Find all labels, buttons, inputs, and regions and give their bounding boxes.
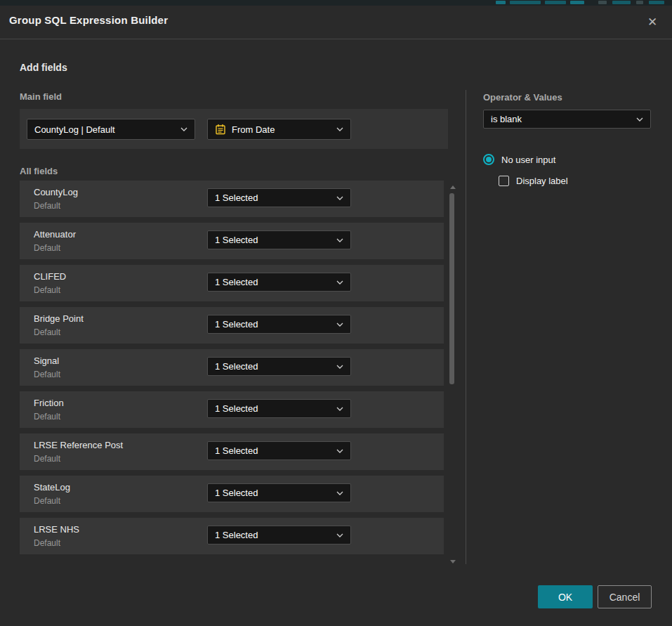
- chevron-down-icon: [336, 533, 343, 537]
- dialog-titlebar: Group SQL Expression Builder ✕: [0, 6, 672, 39]
- field-name: Bridge Point: [34, 313, 84, 324]
- chevron-down-icon: [336, 238, 343, 242]
- field-name: LRSE NHS: [34, 524, 79, 535]
- field-sublabel: Default: [34, 538, 60, 548]
- field-sublabel: Default: [34, 412, 60, 422]
- background-fragment: [570, 1, 584, 4]
- field-selection-dropdown[interactable]: 1 Selected: [207, 526, 351, 545]
- background-fragment: [545, 1, 566, 4]
- field-row: CountyLog Default 1 Selected: [20, 181, 444, 217]
- all-fields-list: CountyLog Default 1 Selected Attenuator …: [20, 181, 444, 566]
- field-selection-value: 1 Selected: [215, 445, 332, 456]
- field-row: Signal Default 1 Selected: [20, 349, 444, 386]
- chevron-down-icon: [336, 449, 343, 453]
- scroll-up-arrow-icon[interactable]: [450, 185, 456, 189]
- chevron-down-icon: [180, 127, 187, 131]
- field-name: Friction: [34, 398, 64, 408]
- ok-button[interactable]: OK: [538, 585, 593, 608]
- background-fragment: [496, 1, 506, 4]
- field-name: CountyLog: [34, 187, 78, 197]
- layer-select[interactable]: CountyLog | Default: [27, 119, 195, 140]
- main-field-panel: CountyLog | Default From Date: [20, 109, 448, 149]
- background-fragment: [612, 1, 631, 4]
- operator-values-label: Operator & Values: [483, 92, 562, 103]
- field-selection-dropdown[interactable]: 1 Selected: [207, 188, 351, 207]
- field-name: Signal: [34, 356, 59, 366]
- operator-select-value: is blank: [491, 114, 632, 124]
- field-selection-dropdown[interactable]: 1 Selected: [207, 441, 351, 460]
- field-selection-value: 1 Selected: [215, 319, 332, 330]
- field-selection-value: 1 Selected: [215, 235, 332, 245]
- field-row: Attenuator Default 1 Selected: [20, 223, 444, 259]
- no-user-input-radio[interactable]: No user input: [483, 154, 555, 165]
- chevron-down-icon: [636, 117, 643, 122]
- display-label-text: Display label: [516, 176, 568, 186]
- no-user-input-label: No user input: [501, 155, 555, 165]
- chevron-down-icon: [336, 280, 343, 285]
- field-selection-value: 1 Selected: [215, 403, 332, 414]
- chevron-down-icon: [336, 491, 343, 495]
- all-fields-label: All fields: [20, 166, 58, 176]
- background-fragment: [636, 1, 643, 4]
- field-row: StateLog Default 1 Selected: [20, 476, 444, 512]
- layer-select-value: CountyLog | Default: [34, 124, 176, 135]
- field-row: LRSE NHS Default 1 Selected: [20, 518, 444, 554]
- scrollbar-thumb[interactable]: [449, 193, 454, 384]
- background-fragment: [510, 1, 541, 4]
- background-app-strip: [0, 0, 672, 6]
- chevron-down-icon: [336, 365, 343, 369]
- field-selection-dropdown[interactable]: 1 Selected: [207, 399, 351, 418]
- display-label-checkbox[interactable]: Display label: [499, 176, 568, 186]
- background-fragment: [598, 1, 607, 4]
- chevron-down-icon: [336, 196, 343, 200]
- field-name: LRSE Reference Post: [34, 440, 123, 450]
- field-selection-value: 1 Selected: [215, 488, 332, 498]
- field-selection-value: 1 Selected: [215, 277, 332, 287]
- field-selection-value: 1 Selected: [215, 193, 332, 203]
- field-row: CLIFED Default 1 Selected: [20, 265, 444, 301]
- scrollbar[interactable]: [448, 181, 456, 566]
- field-selection-dropdown[interactable]: 1 Selected: [207, 315, 351, 334]
- field-sublabel: Default: [34, 496, 60, 506]
- calendar-date-icon: [215, 124, 226, 135]
- main-field-label: Main field: [20, 91, 62, 102]
- field-name: StateLog: [34, 482, 70, 493]
- field-row: LRSE Reference Post Default 1 Selected: [20, 433, 444, 470]
- field-sublabel: Default: [34, 454, 60, 464]
- cancel-button[interactable]: Cancel: [598, 585, 652, 608]
- group-sql-expression-builder-dialog: Group SQL Expression Builder ✕ Add field…: [0, 6, 672, 626]
- background-fragment: [649, 1, 664, 4]
- field-name: Attenuator: [34, 229, 76, 240]
- chevron-down-icon: [336, 407, 343, 411]
- field-selection-value: 1 Selected: [215, 361, 332, 372]
- radio-icon[interactable]: [483, 154, 494, 165]
- field-name: CLIFED: [34, 271, 66, 282]
- field-selection-value: 1 Selected: [215, 530, 332, 540]
- field-selection-dropdown[interactable]: 1 Selected: [207, 273, 351, 292]
- chevron-down-icon: [336, 322, 343, 327]
- field-sublabel: Default: [34, 370, 60, 379]
- field-selection-dropdown[interactable]: 1 Selected: [207, 483, 351, 502]
- close-icon[interactable]: ✕: [643, 12, 662, 32]
- field-select[interactable]: From Date: [207, 119, 351, 140]
- field-row: Friction Default 1 Selected: [20, 391, 444, 428]
- field-sublabel: Default: [34, 327, 60, 337]
- scroll-down-arrow-icon[interactable]: [450, 560, 456, 563]
- field-sublabel: Default: [34, 243, 60, 253]
- operator-select[interactable]: is blank: [483, 110, 651, 129]
- add-fields-heading: Add fields: [20, 62, 67, 73]
- field-sublabel: Default: [34, 285, 60, 295]
- field-selection-dropdown[interactable]: 1 Selected: [207, 230, 351, 249]
- field-sublabel: Default: [34, 201, 60, 211]
- checkbox-icon[interactable]: [499, 176, 509, 186]
- field-selection-dropdown[interactable]: 1 Selected: [207, 357, 351, 376]
- field-select-value: From Date: [232, 124, 332, 135]
- dialog-title: Group SQL Expression Builder: [9, 14, 168, 26]
- chevron-down-icon: [336, 127, 343, 131]
- panel-divider: [466, 90, 466, 564]
- field-row: Bridge Point Default 1 Selected: [20, 307, 444, 344]
